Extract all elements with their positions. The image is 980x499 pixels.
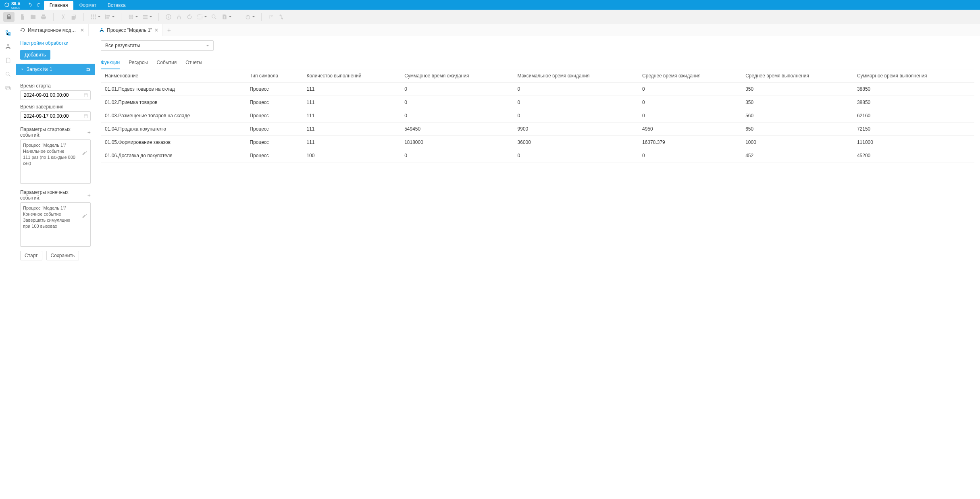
col-sum-wait[interactable]: Суммарное время ожидания (400, 69, 513, 83)
rail-model-tree-icon[interactable] (5, 30, 11, 36)
file-tab-process[interactable]: Процесс "Модель 1" ✕ (95, 24, 163, 36)
end-params-text: Процесс "Модель 1"/ Конечное событие Зав… (23, 205, 75, 229)
add-button[interactable]: Добавить (20, 50, 50, 60)
svg-rect-8 (6, 48, 7, 49)
run-item[interactable]: Запуск № 1 (16, 64, 95, 75)
gear-icon[interactable] (85, 67, 91, 72)
table-row[interactable]: 01.03.Размещение товаров на складеПроцес… (101, 109, 974, 123)
table-cell: 111 (302, 136, 400, 149)
table-cell: 0 (514, 96, 639, 109)
table-row[interactable]: 01.02.Приемка товаровПроцесс111000350388… (101, 96, 974, 109)
rail-search-icon[interactable] (5, 71, 11, 77)
table-cell: 100 (302, 149, 400, 162)
result-tab-functions[interactable]: Функции (101, 56, 120, 69)
start-button[interactable]: Старт (20, 251, 42, 260)
left-rail (0, 24, 16, 499)
rail-hierarchy-icon[interactable] (5, 44, 11, 50)
menu-tab-format[interactable]: Формат (73, 1, 102, 10)
cut-icon[interactable] (60, 14, 67, 20)
table-cell: 0 (514, 109, 639, 123)
svg-point-2 (212, 15, 215, 18)
rail-page-icon[interactable] (5, 57, 11, 64)
start-time-label: Время старта (20, 83, 91, 89)
svg-rect-15 (101, 28, 102, 29)
info-icon[interactable] (165, 14, 172, 20)
result-tab-resources[interactable]: Ресурсы (129, 56, 148, 69)
table-row[interactable]: 01.06.Доставка до покупателяПроцесс10000… (101, 149, 974, 162)
col-avg-wait[interactable]: Среднее время ожидания (638, 69, 741, 83)
search-icon[interactable] (211, 14, 217, 20)
result-tab-events[interactable]: События (157, 56, 177, 69)
table-cell: 111 (302, 96, 400, 109)
table-row[interactable]: 01.04.Продажа покупателюПроцесс111549450… (101, 123, 974, 136)
col-avg-exec[interactable]: Среднее время выполнения (741, 69, 853, 83)
file-tab-label: Процесс "Модель 1" (107, 27, 152, 33)
col-count[interactable]: Количество выполнений (302, 69, 400, 83)
svg-rect-7 (7, 44, 9, 46)
undo-icon[interactable] (27, 2, 33, 8)
table-cell: 350 (741, 96, 853, 109)
results-filter-select[interactable]: Все результаты (101, 40, 214, 51)
lock-toggle[interactable] (3, 12, 15, 22)
table-cell: 62160 (853, 109, 974, 123)
print-icon[interactable] (40, 14, 47, 20)
end-params-box: Процесс "Модель 1"/ Конечное событие Зав… (20, 202, 91, 247)
new-file-icon[interactable] (19, 14, 26, 20)
table-cell: 01.03.Размещение товаров на складе (101, 109, 246, 123)
connector-icon-2[interactable] (279, 14, 285, 20)
tree-icon (99, 27, 104, 33)
table-cell: 0 (514, 149, 639, 162)
col-name[interactable]: Наименование (101, 69, 246, 83)
table-cell: 01.06.Доставка до покупателя (101, 149, 246, 162)
table-cell: 650 (741, 123, 853, 136)
close-icon[interactable]: ✕ (154, 27, 158, 33)
edit-icon[interactable] (82, 150, 87, 156)
end-time-input[interactable] (20, 111, 91, 121)
open-icon[interactable] (30, 14, 36, 20)
start-time-input[interactable] (20, 90, 91, 100)
align-dropdown[interactable] (104, 14, 114, 20)
svg-rect-5 (8, 33, 10, 34)
logo-subtext: UNION (11, 6, 21, 9)
title-bar: SILA UNION Главная Формат Вставка (0, 0, 980, 10)
arrange-dropdown[interactable] (142, 14, 152, 20)
grid-dropdown[interactable] (90, 14, 100, 20)
edit-icon[interactable] (82, 213, 87, 218)
col-max-wait[interactable]: Максимальное время ожидания (514, 69, 639, 83)
connector-icon-1[interactable] (268, 14, 275, 20)
refresh-icon[interactable] (186, 14, 193, 20)
table-cell: 01.04.Продажа покупателю (101, 123, 246, 136)
add-start-param-button[interactable]: + (87, 129, 91, 135)
table-cell: 16378.379 (638, 136, 741, 149)
power-dropdown[interactable] (245, 14, 255, 20)
table-cell: 549450 (400, 123, 513, 136)
add-tab-button[interactable]: + (163, 27, 175, 34)
menu-tab-insert[interactable]: Вставка (102, 1, 131, 10)
close-icon[interactable]: ✕ (80, 27, 84, 33)
rail-cards-icon[interactable] (5, 85, 11, 91)
copy-icon[interactable] (71, 14, 77, 20)
table-cell: 38850 (853, 96, 974, 109)
results-filter-value: Все результаты (105, 43, 140, 48)
col-symbol[interactable]: Тип символа (246, 69, 302, 83)
result-tab-reports[interactable]: Отчеты (185, 56, 202, 69)
add-end-param-button[interactable]: + (87, 192, 91, 198)
table-row[interactable]: 01.05.Формирование заказовПроцесс1111818… (101, 136, 974, 149)
svg-rect-17 (103, 31, 104, 32)
select-dropdown[interactable] (197, 14, 207, 20)
tree-icon[interactable] (176, 14, 182, 20)
file-tab-simulation[interactable]: Имитационное модели... ✕ (16, 24, 89, 36)
table-cell: Процесс (246, 123, 302, 136)
table-row[interactable]: 01.01.Подвоз товаров на складПроцесс1110… (101, 83, 974, 96)
svg-rect-12 (6, 87, 10, 90)
save-button[interactable]: Сохранить (46, 251, 79, 260)
svg-rect-6 (8, 34, 10, 35)
redo-icon[interactable] (36, 2, 42, 8)
col-sum-exec[interactable]: Суммарное время выполнения (853, 69, 974, 83)
distribute-dropdown[interactable] (128, 14, 138, 20)
export-dropdown[interactable] (221, 14, 231, 20)
settings-link[interactable]: Настройки обработки (20, 40, 91, 46)
loop-icon (20, 27, 25, 33)
end-params-label: Параметры конечных событий: (20, 189, 87, 201)
menu-tab-main[interactable]: Главная (44, 1, 74, 10)
